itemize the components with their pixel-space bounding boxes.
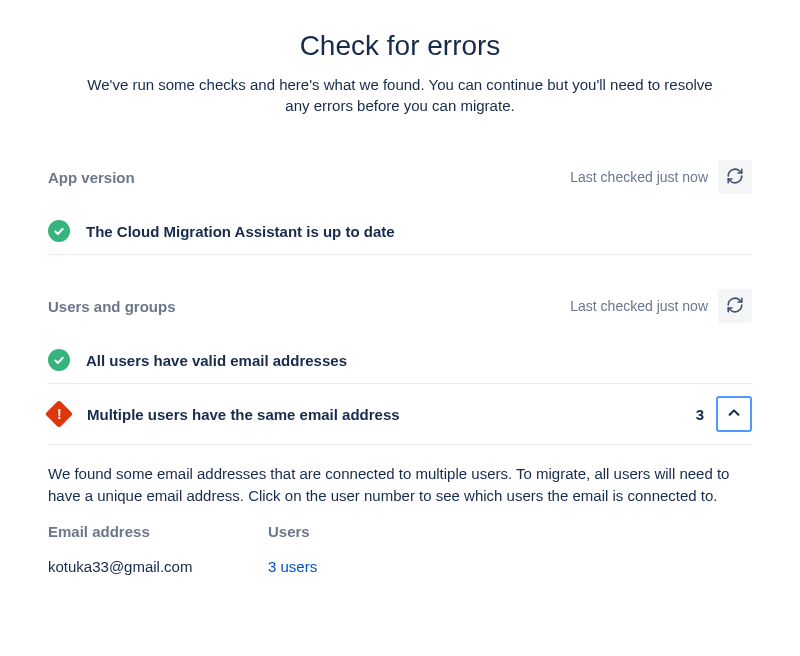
last-checked-users-groups: Last checked just now bbox=[570, 298, 708, 314]
refresh-button-users-groups[interactable] bbox=[718, 289, 752, 323]
section-header: App version Last checked just now bbox=[48, 160, 752, 194]
table-row: kotuka33@gmail.com 3 users bbox=[48, 554, 752, 579]
table-header-users: Users bbox=[268, 523, 752, 540]
table-cell-email: kotuka33@gmail.com bbox=[48, 558, 268, 575]
refresh-icon bbox=[726, 167, 744, 188]
section-header: Users and groups Last checked just now bbox=[48, 289, 752, 323]
check-row-duplicate-emails: ! Multiple users have the same email add… bbox=[48, 384, 752, 445]
page-subtitle: We've run some checks and here's what we… bbox=[80, 74, 720, 116]
page-title: Check for errors bbox=[48, 30, 752, 62]
toggle-details-button[interactable] bbox=[716, 396, 752, 432]
table-header-email: Email address bbox=[48, 523, 268, 540]
success-icon bbox=[48, 220, 70, 242]
duplicate-detail-text: We found some email addresses that are c… bbox=[48, 463, 752, 507]
check-text-duplicate-emails: Multiple users have the same email addre… bbox=[87, 406, 696, 423]
check-row-valid-emails: All users have valid email addresses bbox=[48, 337, 752, 384]
duplicate-count: 3 bbox=[696, 406, 704, 423]
check-text-up-to-date: The Cloud Migration Assistant is up to d… bbox=[86, 223, 752, 240]
error-icon: ! bbox=[45, 400, 73, 428]
check-text-valid-emails: All users have valid email addresses bbox=[86, 352, 752, 369]
duplicate-table: Email address Users kotuka33@gmail.com 3… bbox=[48, 523, 752, 579]
table-cell-users-link[interactable]: 3 users bbox=[268, 558, 752, 575]
success-icon bbox=[48, 349, 70, 371]
section-label-app-version: App version bbox=[48, 169, 135, 186]
refresh-button-app-version[interactable] bbox=[718, 160, 752, 194]
chevron-up-icon bbox=[727, 406, 741, 423]
check-row-up-to-date: The Cloud Migration Assistant is up to d… bbox=[48, 208, 752, 255]
section-users-groups: Users and groups Last checked just now bbox=[48, 289, 752, 579]
refresh-icon bbox=[726, 296, 744, 317]
section-app-version: App version Last checked just now T bbox=[48, 160, 752, 255]
last-checked-app-version: Last checked just now bbox=[570, 169, 708, 185]
duplicate-details: We found some email addresses that are c… bbox=[48, 445, 752, 579]
section-label-users-groups: Users and groups bbox=[48, 298, 176, 315]
